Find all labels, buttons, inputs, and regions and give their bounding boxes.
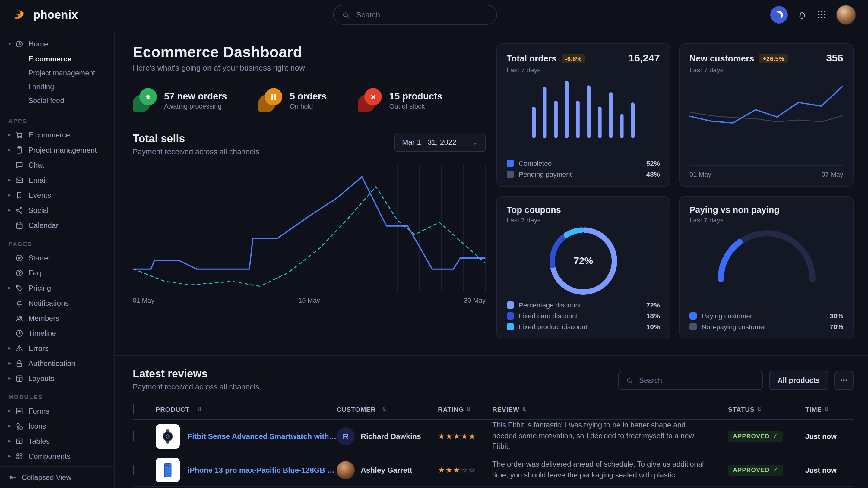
column-header-status[interactable]: STATUS⇅ xyxy=(728,405,805,413)
all-products-filter-button[interactable]: All products xyxy=(769,371,828,390)
customer-name: Ashley Garrett xyxy=(361,466,412,474)
caret-right-icon: ▸ xyxy=(8,207,15,213)
column-header-time[interactable]: TIME⇅ xyxy=(805,405,854,413)
more-options-button[interactable]: ⋯ xyxy=(834,371,854,390)
select-all-checkbox[interactable] xyxy=(133,404,134,414)
sidebar-item-project-management-app[interactable]: ▸ Project management xyxy=(0,142,114,157)
total-orders-badge: -6.8% xyxy=(561,54,585,63)
caret-right-icon: ▸ xyxy=(8,376,15,381)
caret-right-icon: ▸ xyxy=(8,360,15,366)
notifications-button[interactable] xyxy=(797,9,808,20)
product-link[interactable]: iPhone 13 pro max-Pacific Blue-128GB sto… xyxy=(188,466,337,474)
app-root: phoenix ▾ Home E commerce Project manage… xyxy=(0,0,868,488)
sidebar-item-pricing[interactable]: ▸ Pricing xyxy=(0,280,114,295)
sidebar-item-chat[interactable]: Chat xyxy=(0,157,114,172)
global-search[interactable] xyxy=(333,5,497,25)
sidebar-item-social[interactable]: ▸ Social xyxy=(0,202,114,218)
sidebar-item-landing[interactable]: Landing xyxy=(0,79,114,93)
customer-avatar: R xyxy=(337,427,355,445)
caret-right-icon: ▸ xyxy=(8,423,15,429)
total-orders-bar-chart xyxy=(532,81,634,138)
table-icon xyxy=(15,437,24,445)
sidebar-item-events[interactable]: ▸ Events xyxy=(0,188,114,202)
review-time: Just now xyxy=(805,432,837,441)
rating-stars: ★★★☆☆ xyxy=(438,465,492,475)
sort-icon: ⇅ xyxy=(522,406,527,412)
caret-right-icon: ▸ xyxy=(8,132,15,137)
legend-item: Fixed product discount10% xyxy=(507,323,660,330)
sidebar-item-tables[interactable]: ▸ Tables xyxy=(0,433,114,449)
total-orders-value: 16,247 xyxy=(628,53,660,65)
sidebar-item-ecommerce-app[interactable]: ▸ E commerce xyxy=(0,127,114,142)
sidebar-section-apps: APPS xyxy=(8,118,105,124)
caret-right-icon: ▸ xyxy=(8,438,15,444)
sidebar-item-starter[interactable]: Starter xyxy=(0,250,114,265)
sidebar-item-members[interactable]: Members xyxy=(0,311,114,326)
column-header-review[interactable]: REVIEW⇅ xyxy=(492,405,728,413)
sidebar-item-email[interactable]: ▸ Email xyxy=(0,172,114,188)
sidebar-item-home[interactable]: ▾ Home xyxy=(0,36,114,51)
bell-icon xyxy=(15,299,24,307)
kpi-cards: Total orders -6.8% 16,247 Last 7 days Co… xyxy=(496,43,854,339)
customer-avatar xyxy=(337,461,355,479)
sidebar-item-layouts[interactable]: ▸ Layouts xyxy=(0,371,114,386)
sidebar-item-calendar[interactable]: Calendar xyxy=(0,218,114,233)
apps-grid-button[interactable] xyxy=(817,10,827,20)
column-header-rating[interactable]: RATING⇅ xyxy=(438,405,492,413)
new-customers-card: New customers +26.5% 356 Last 7 days 01 … xyxy=(679,43,854,187)
close-badge-icon: × xyxy=(358,88,382,112)
sidebar-item-notifications[interactable]: Notifications xyxy=(0,295,114,311)
product-link[interactable]: Fitbit Sense Advanced Smartwatch with To… xyxy=(188,432,337,441)
sidebar-item-project-management-dashboard[interactable]: Project management xyxy=(0,66,114,79)
chat-icon xyxy=(15,161,24,169)
search-icon xyxy=(626,377,633,384)
sidebar-item-components[interactable]: ▸ Components xyxy=(0,449,114,464)
sidebar-item-ecommerce-dashboard[interactable]: E commerce xyxy=(0,52,114,66)
review-text: This Fitbit is fantastic! I was trying t… xyxy=(492,421,694,451)
sort-icon: ⇅ xyxy=(824,406,829,412)
main-content: Ecommerce Dashboard Here's what's going … xyxy=(115,30,868,488)
sidebar-item-faq[interactable]: Faq xyxy=(0,265,114,280)
donut-center-label: 72% xyxy=(550,227,617,295)
collapsed-view-toggle[interactable]: ⇤ Collapsed View xyxy=(0,466,114,488)
legend-item: Pending payment48% xyxy=(507,171,660,178)
lock-icon xyxy=(15,359,24,367)
caret-right-icon: ▸ xyxy=(8,177,15,183)
caret-right-icon: ▸ xyxy=(8,285,15,291)
total-sells-subtitle: Payment received across all channels xyxy=(133,148,259,156)
sidebar-item-social-feed[interactable]: Social feed xyxy=(0,93,114,107)
top-coupons-card: Top coupons Last 7 days 72% Percentage d… xyxy=(496,196,670,339)
date-range-select[interactable]: Mar 1 - 31, 2022 ⌄ xyxy=(394,133,486,152)
sidebar-item-authentication[interactable]: ▸ Authentication xyxy=(0,356,114,371)
review-time: Just now xyxy=(805,466,837,475)
reviews-search-input[interactable] xyxy=(638,376,755,385)
layout-icon xyxy=(15,374,24,383)
brand-logo[interactable]: phoenix xyxy=(12,7,78,23)
row-checkbox[interactable] xyxy=(133,431,134,441)
page-title: Ecommerce Dashboard xyxy=(133,43,486,61)
share-icon xyxy=(15,206,24,214)
column-header-customer[interactable]: CUSTOMER⇅ xyxy=(337,405,438,413)
row-checkbox[interactable] xyxy=(133,465,134,475)
column-header-product[interactable]: PRODUCT⇅ xyxy=(156,405,337,413)
compass-icon xyxy=(15,254,24,262)
table-row: Fitbit Sense Advanced Smartwatch with To… xyxy=(133,420,854,453)
new-customers-line-chart xyxy=(689,81,843,146)
new-customers-x-axis: 01 May 07 May xyxy=(689,165,843,178)
sidebar-item-forms[interactable]: ▸ Forms xyxy=(0,403,114,418)
customer-name: Richard Dawkins xyxy=(361,432,421,441)
reviews-search[interactable] xyxy=(618,371,763,390)
sidebar-item-errors[interactable]: ▸ Errors xyxy=(0,340,114,356)
pause-badge-icon xyxy=(258,88,283,112)
check-icon: ✓ xyxy=(773,433,778,440)
sidebar-item-icons[interactable]: ▸ Icons xyxy=(0,418,114,433)
theme-toggle-button[interactable] xyxy=(770,6,788,24)
shapes-icon xyxy=(15,422,24,430)
user-avatar[interactable] xyxy=(836,5,856,25)
rating-stars: ★★★★★ xyxy=(438,432,492,441)
dashboard-overview: Ecommerce Dashboard Here's what's going … xyxy=(133,43,486,339)
sidebar-item-timeline[interactable]: Timeline xyxy=(0,326,114,340)
global-search-input[interactable] xyxy=(355,10,488,20)
legend-item: Percentage discount72% xyxy=(507,301,660,308)
home-submenu: E commerce Project management Landing So… xyxy=(0,51,114,110)
